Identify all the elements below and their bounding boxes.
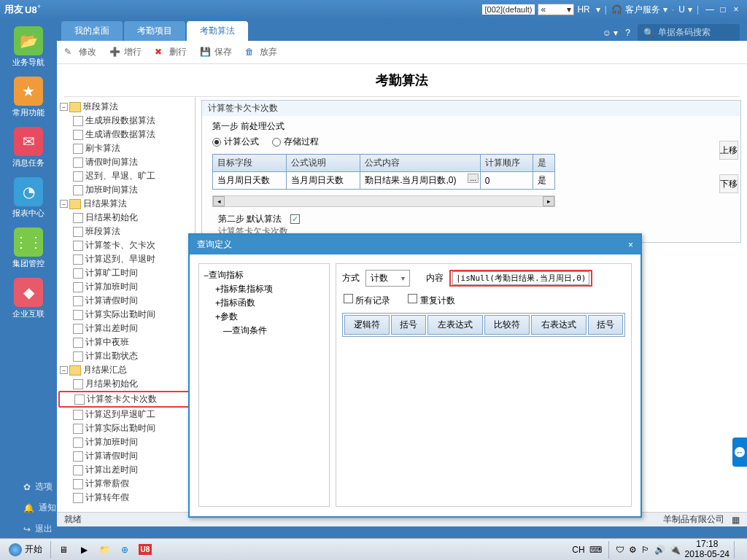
tree-node[interactable]: 计算旷工时间: [58, 266, 193, 280]
col-right-expr[interactable]: 右表达式: [531, 315, 587, 335]
col-logic[interactable]: 逻辑符: [344, 315, 390, 335]
tree-node[interactable]: 计算加班时间: [58, 280, 193, 294]
hr-dropdown-icon[interactable]: ▾: [596, 4, 600, 15]
clock[interactable]: 17:182018-05-24: [685, 540, 729, 559]
tree-node[interactable]: 计算实际出勤时间: [58, 308, 193, 322]
tree-node[interactable]: −月结果汇总: [58, 363, 193, 377]
tree-node[interactable]: 计算转年假: [58, 491, 193, 505]
content-input[interactable]: |isNull(考勤日结果.当月周日,0): [452, 271, 589, 285]
tray-icon[interactable]: 🛡: [616, 545, 624, 555]
tab-desktop[interactable]: 我的桌面: [61, 21, 123, 41]
tree-node[interactable]: −班段算法: [58, 100, 193, 114]
modify-button[interactable]: ✎修改: [64, 46, 96, 58]
tab-attendance-items[interactable]: 考勤项目: [124, 21, 185, 41]
task-icon[interactable]: 🖥: [53, 541, 74, 559]
tree-node[interactable]: 计算出差时间: [58, 322, 193, 335]
mode-select[interactable]: 计数: [365, 270, 410, 287]
task-icon[interactable]: 📁: [94, 541, 115, 559]
tray-icon[interactable]: 🔊: [654, 545, 665, 555]
all-records-checkbox[interactable]: 所有记录: [344, 294, 390, 307]
tree-node[interactable]: 计算签卡、欠卡次: [58, 238, 193, 252]
col-target[interactable]: 目标字段: [213, 155, 287, 172]
dtree-node[interactable]: + 参数: [204, 310, 325, 324]
dialog-tree[interactable]: − 查询指标 + 指标集指标项 + 指标函数 + 参数 — 查询条件: [198, 263, 330, 507]
tree-node[interactable]: 计算迟到、早退时: [58, 252, 193, 266]
tree-node[interactable]: 计算请假时间: [58, 449, 193, 463]
col-bracket-r[interactable]: 括号: [588, 315, 623, 335]
task-icon[interactable]: U8: [135, 541, 155, 559]
tree-node[interactable]: 计算请假时间: [58, 294, 193, 308]
tree-node[interactable]: 计算迟到早退旷工: [58, 408, 193, 421]
tree-node[interactable]: 计算出差时间: [58, 463, 193, 477]
move-up-button[interactable]: 上移: [719, 141, 738, 160]
rail-biznav[interactable]: 📂业务导航: [5, 23, 52, 71]
rail-options[interactable]: ✿ 选项: [0, 478, 57, 496]
maximize-button[interactable]: □: [716, 4, 729, 15]
rail-group[interactable]: ⋮⋮集团管控: [5, 225, 52, 272]
save-button[interactable]: 💾保存: [200, 46, 232, 58]
tree-node[interactable]: 加班抵扣与结算: [58, 505, 193, 505]
col-bracket-l[interactable]: 括号: [391, 315, 426, 335]
close-button[interactable]: ×: [729, 4, 743, 15]
radio-formula[interactable]: 计算公式: [212, 136, 259, 148]
search-box[interactable]: 🔍单据条码搜索: [638, 24, 740, 41]
tree-node[interactable]: 请假时间算法: [58, 155, 193, 169]
start-button[interactable]: 开始: [3, 542, 48, 558]
tree-node[interactable]: −日结果算法: [58, 197, 193, 211]
add-row-button[interactable]: ➕增行: [109, 46, 142, 58]
radio-procedure[interactable]: 存储过程: [272, 136, 319, 148]
tray-icon[interactable]: 🏳: [641, 545, 650, 555]
task-icon[interactable]: ▶: [74, 541, 94, 559]
tray-icon[interactable]: ⌨: [589, 545, 602, 555]
tree-node[interactable]: 计算实际出勤时间: [58, 421, 193, 435]
dialog-close-button[interactable]: ×: [628, 240, 633, 250]
move-down-button[interactable]: 下移: [719, 174, 738, 193]
tree-node[interactable]: 加班时间算法: [58, 183, 193, 197]
rail-favorites[interactable]: ★常用功能: [5, 74, 52, 121]
rail-messages[interactable]: ✉消息任务: [5, 124, 52, 171]
tree-node[interactable]: 生成班段数据算法: [58, 114, 193, 128]
tree-node[interactable]: 刷卡算法: [58, 141, 193, 155]
rail-enterprise[interactable]: ◆企业互联: [5, 275, 52, 322]
tab-attendance-algo[interactable]: 考勤算法: [187, 21, 248, 41]
minimize-button[interactable]: —: [703, 4, 716, 15]
h-scrollbar[interactable]: ◂▸: [212, 195, 555, 207]
default-algo-checkbox[interactable]: [290, 214, 300, 224]
tree-node[interactable]: 计算加班时间: [58, 435, 193, 449]
col-flag[interactable]: 是: [533, 155, 555, 172]
dtree-root[interactable]: − 查询指标: [204, 268, 325, 282]
lang-indicator[interactable]: CH: [572, 545, 584, 555]
u-label[interactable]: U: [678, 4, 685, 15]
dtree-node[interactable]: + 指标函数: [204, 296, 325, 310]
algorithm-tree[interactable]: −班段算法 生成班段数据算法 生成请假数据算法 刷卡算法 请假时间算法 迟到、早…: [57, 97, 195, 505]
tree-node[interactable]: 班段算法: [58, 225, 193, 238]
dialog-titlebar[interactable]: 查询定义 ×: [190, 235, 640, 254]
session-selector[interactable]: «▾: [538, 4, 574, 15]
col-left-expr[interactable]: 左表达式: [427, 315, 483, 335]
distinct-checkbox[interactable]: 重复计数: [408, 294, 454, 307]
discard-button[interactable]: 🗑放弃: [245, 46, 277, 58]
tree-node[interactable]: 计算带薪假: [58, 477, 193, 491]
tree-node[interactable]: 日结果初始化: [58, 211, 193, 225]
col-desc[interactable]: 公式说明: [287, 155, 360, 172]
help-icon[interactable]: ?: [625, 28, 630, 38]
tree-node[interactable]: 生成请假数据算法: [58, 128, 193, 141]
user-icon[interactable]: ☺ ▾: [603, 28, 619, 38]
show-desktop[interactable]: [734, 541, 741, 559]
tree-node[interactable]: 计算中夜班: [58, 335, 193, 349]
u-dropdown-icon[interactable]: ▾: [688, 4, 692, 15]
table-row[interactable]: 当月周日天数 当月周日天数 勤日结果.当月周日数,0) 0 是: [213, 172, 555, 190]
rail-exit[interactable]: ↪ 退出: [0, 520, 57, 538]
del-row-button[interactable]: ✖删行: [155, 46, 187, 58]
tray-icon[interactable]: ⚙: [629, 545, 637, 555]
rail-notif[interactable]: 🔔 通知: [0, 499, 57, 517]
tree-node[interactable]: 迟到、早退、旷工: [58, 169, 193, 183]
task-icon[interactable]: ⊕: [115, 541, 135, 559]
col-order[interactable]: 计算顺序: [480, 155, 533, 172]
dtree-node[interactable]: — 查询条件: [204, 324, 325, 338]
tree-node[interactable]: 计算出勤状态: [58, 349, 193, 363]
tree-node-selected[interactable]: 计算签卡欠卡次数: [58, 391, 193, 408]
service-label[interactable]: 客户服务: [625, 4, 660, 16]
service-dropdown-icon[interactable]: ▾: [663, 4, 667, 15]
rail-reports[interactable]: ◔报表中心: [5, 174, 52, 222]
